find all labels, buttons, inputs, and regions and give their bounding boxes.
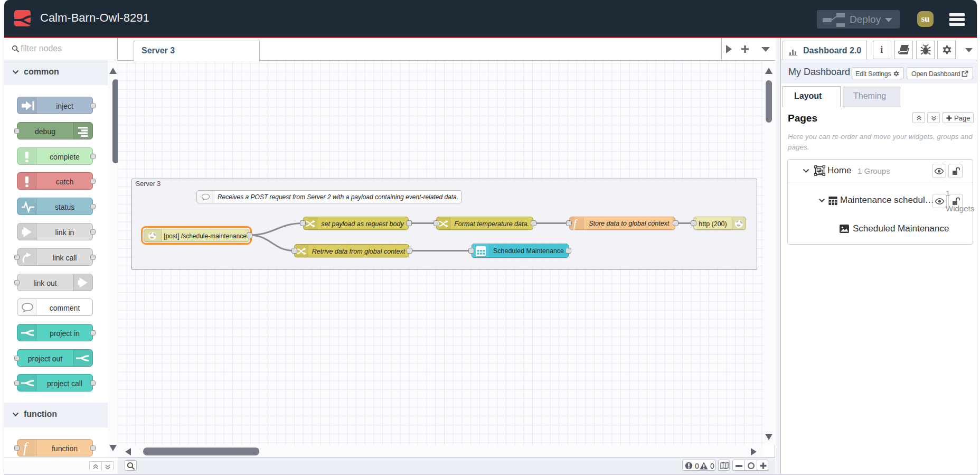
svg-text:f: f <box>573 217 578 229</box>
svg-text:f: f <box>23 440 29 455</box>
